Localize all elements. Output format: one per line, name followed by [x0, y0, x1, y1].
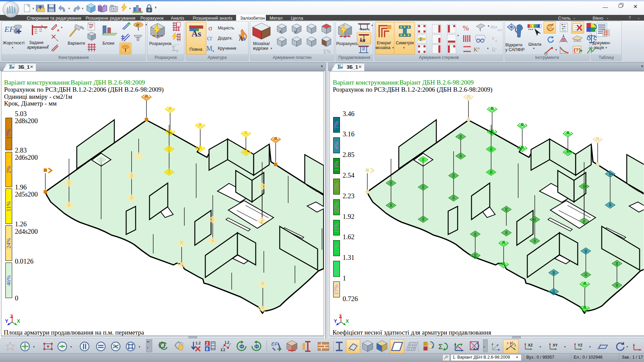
svg-text:x: x: [212, 48, 214, 53]
svg-text:1.2: 1.2: [225, 341, 229, 344]
svg-text:As: As: [239, 35, 246, 42]
svg-text:XZ: XZ: [528, 343, 533, 347]
svg-text:ν: ν: [492, 35, 495, 41]
svg-text:X: X: [514, 344, 516, 347]
svg-text:t: t: [480, 27, 481, 32]
svg-text:X: X: [346, 318, 349, 324]
svg-text:ka: ka: [360, 37, 365, 43]
svg-text:EF: EF: [271, 341, 278, 347]
svg-text:%: %: [463, 24, 469, 32]
svg-text:M: M: [206, 45, 212, 52]
svg-text:X: X: [17, 318, 20, 324]
svg-text:d: d: [495, 39, 497, 43]
svg-text:Σ: Σ: [419, 37, 422, 42]
svg-text:Z: Z: [10, 314, 13, 319]
svg-text:lc: lc: [492, 46, 497, 53]
svg-text:σ: σ: [176, 48, 179, 53]
svg-text:σ: σ: [478, 46, 480, 50]
svg-text:1.2: 1.2: [196, 341, 201, 345]
svg-text:YZ: YZ: [578, 343, 582, 347]
svg-text:cr: cr: [207, 34, 212, 42]
svg-text:6: 6: [206, 347, 208, 352]
svg-text:σ: σ: [208, 24, 212, 32]
svg-text:{?}: {?}: [574, 47, 581, 53]
svg-text:XY: XY: [553, 343, 558, 347]
svg-text:αω: αω: [490, 24, 497, 29]
svg-text:Σ: Σ: [438, 342, 443, 351]
svg-text:wd: wd: [497, 28, 502, 32]
svg-text:Y: Y: [5, 318, 8, 324]
svg-text:As: As: [191, 29, 201, 37]
svg-text:Ф: Ф: [239, 344, 244, 349]
svg-text:2: 2: [206, 341, 208, 346]
svg-text:iP: iP: [136, 23, 139, 27]
svg-text:Σ%: Σ%: [323, 49, 331, 54]
svg-text:Z: Z: [339, 314, 342, 319]
svg-text:Σ: Σ: [172, 45, 176, 52]
svg-text:Y: Y: [507, 342, 509, 345]
svg-text:Z: Z: [511, 341, 513, 344]
svg-text:EF: EF: [4, 25, 15, 33]
svg-text:Asw/u: Asw/u: [360, 27, 370, 31]
svg-text:Y: Y: [334, 318, 337, 324]
svg-text:Ф: Ф: [254, 344, 259, 349]
svg-text:1.2: 1.2: [221, 348, 225, 352]
